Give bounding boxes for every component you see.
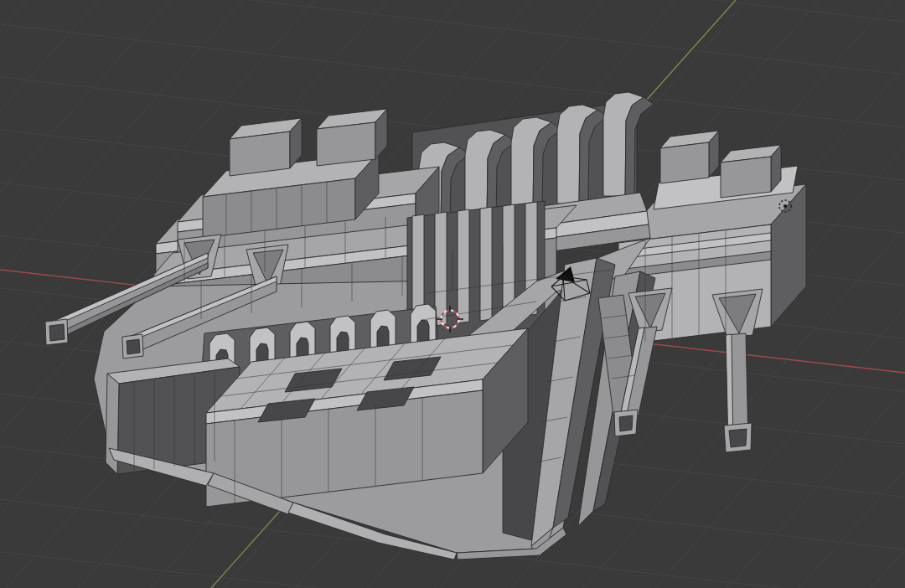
blender-3d-viewport[interactable] bbox=[0, 0, 905, 588]
mesh-face bbox=[660, 142, 709, 183]
viewport-canvas bbox=[0, 0, 905, 588]
mesh-face bbox=[458, 209, 469, 323]
mesh-face bbox=[317, 122, 375, 166]
mesh-face bbox=[49, 324, 65, 341]
mesh-face bbox=[721, 157, 771, 198]
mesh-face bbox=[729, 429, 747, 447]
mesh-face bbox=[435, 212, 447, 326]
mesh-face bbox=[230, 132, 290, 176]
mesh-face bbox=[619, 415, 633, 431]
mesh-face bbox=[127, 339, 140, 354]
mesh-face bbox=[480, 207, 492, 321]
